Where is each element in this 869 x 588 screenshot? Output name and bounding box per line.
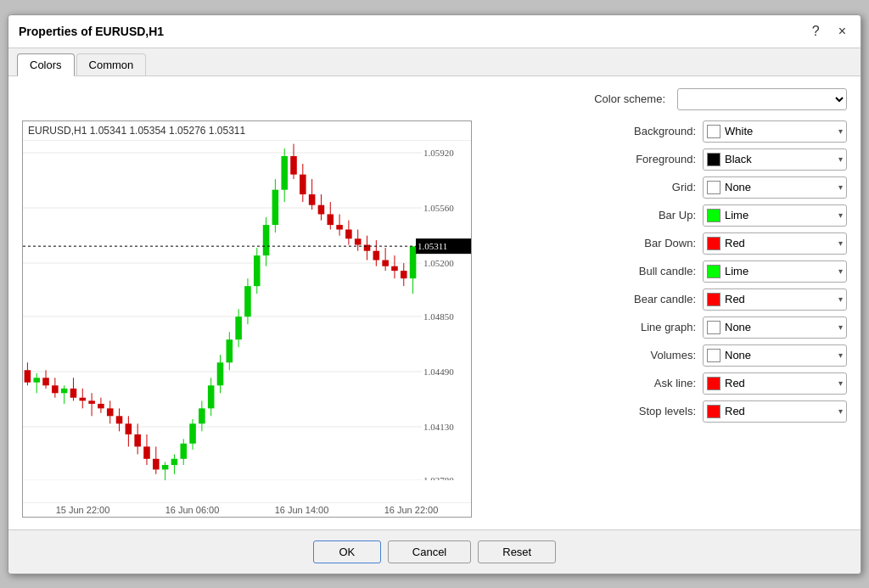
color-swatch-foreground [707,153,720,166]
title-bar: Properties of EURUSD,H1 ? × [8,15,861,48]
chevron-down-icon-bull_candle: ▾ [838,266,843,276]
prop-row-stop_levels: Stop levels:Red▾ [489,400,847,423]
prop-label-grid: Grid: [620,181,696,193]
color-swatch-bull_candle [707,265,720,278]
prop-row-bear_candle: Bear candle:Red▾ [489,288,847,311]
chart-body [23,141,471,502]
chart-header: EURUSD,H1 1.05341 1.05354 1.05276 1.0531… [23,121,471,141]
color-name-bear_candle: Red [725,293,835,305]
time-label-1: 15 Jun 22:00 [56,505,110,515]
color-swatch-bar_down [707,237,720,250]
chart-footer: 15 Jun 22:00 16 Jun 06:00 16 Jun 14:00 1… [23,502,471,517]
chevron-down-icon-line_graph: ▾ [838,322,843,332]
color-name-volumes: None [725,349,835,361]
color-swatch-bar_up [707,209,720,222]
prop-row-background: Background:White▾ [489,120,847,143]
chevron-down-icon-volumes: ▾ [838,350,843,360]
prop-label-bear_candle: Bear candle: [620,293,696,305]
chevron-down-icon-bear_candle: ▾ [838,294,843,304]
time-label-2: 16 Jun 06:00 [165,505,220,515]
prop-select-bar_down[interactable]: Red▾ [703,232,847,255]
properties-panel: Background:White▾Foreground:Black▾Grid:N… [489,120,847,518]
color-name-background: White [725,125,835,137]
tab-colors[interactable]: Colors [17,53,75,76]
color-name-ask_line: Red [725,377,835,389]
prop-row-grid: Grid:None▾ [489,176,847,199]
color-swatch-background [707,125,720,138]
main-area: EURUSD,H1 1.05341 1.05354 1.05276 1.0531… [22,120,847,518]
color-name-bull_candle: Lime [725,265,835,277]
prop-select-volumes[interactable]: None▾ [703,344,847,367]
prop-select-bull_candle[interactable]: Lime▾ [703,260,847,283]
tab-common[interactable]: Common [76,53,147,76]
color-swatch-line_graph [707,321,720,334]
color-swatch-ask_line [707,377,720,390]
prop-row-bar_down: Bar Down:Red▾ [489,232,847,255]
color-swatch-bear_candle [707,293,720,306]
tabs: Colors Common [8,48,861,76]
dialog-title: Properties of EURUSD,H1 [19,25,164,38]
prop-select-background[interactable]: White▾ [703,120,847,143]
prop-label-bar_down: Bar Down: [620,237,696,249]
color-scheme-row: Color scheme: [22,88,847,110]
chart-container: EURUSD,H1 1.05341 1.05354 1.05276 1.0531… [22,120,472,518]
time-label-4: 16 Jun 22:00 [384,505,439,515]
title-controls: ? × [808,22,850,41]
color-swatch-stop_levels [707,405,720,418]
chevron-down-icon-grid: ▾ [838,182,843,192]
prop-select-foreground[interactable]: Black▾ [703,148,847,171]
prop-label-bar_up: Bar Up: [620,209,696,221]
ok-button[interactable]: OK [313,540,381,563]
prop-row-bull_candle: Bull candle:Lime▾ [489,260,847,283]
help-button[interactable]: ? [808,22,824,41]
color-swatch-volumes [707,349,720,362]
chevron-down-icon-ask_line: ▾ [838,378,843,388]
time-label-3: 16 Jun 14:00 [275,505,329,515]
color-swatch-grid [707,181,720,194]
chevron-down-icon-bar_up: ▾ [838,210,843,220]
prop-label-foreground: Foreground: [620,153,696,165]
color-name-grid: None [725,181,835,193]
prop-select-ask_line[interactable]: Red▾ [703,372,847,395]
reset-button[interactable]: Reset [478,540,556,563]
color-name-stop_levels: Red [725,405,835,417]
prop-select-grid[interactable]: None▾ [703,176,847,199]
prop-select-stop_levels[interactable]: Red▾ [703,400,847,423]
prop-label-volumes: Volumes: [620,349,696,361]
footer: OK Cancel Reset [8,529,861,574]
cancel-button[interactable]: Cancel [388,540,471,563]
prop-select-bear_candle[interactable]: Red▾ [703,288,847,311]
prop-row-volumes: Volumes:None▾ [489,344,847,367]
prop-label-bull_candle: Bull candle: [620,265,696,277]
chevron-down-icon-foreground: ▾ [838,154,843,164]
prop-label-line_graph: Line graph: [620,321,696,333]
prop-row-line_graph: Line graph:None▾ [489,316,847,339]
color-name-line_graph: None [725,321,835,333]
prop-row-foreground: Foreground:Black▾ [489,148,847,171]
prop-select-line_graph[interactable]: None▾ [703,316,847,339]
tab-content: Color scheme: EURUSD,H1 1.05341 1.05354 … [8,76,861,529]
prop-label-stop_levels: Stop levels: [620,405,696,417]
prop-row-ask_line: Ask line:Red▾ [489,372,847,395]
color-scheme-select[interactable] [677,88,847,110]
dialog: Properties of EURUSD,H1 ? × Colors Commo… [8,14,861,574]
color-name-bar_up: Lime [725,209,835,221]
prop-label-ask_line: Ask line: [620,377,696,389]
chevron-down-icon-stop_levels: ▾ [838,406,843,416]
prop-select-bar_up[interactable]: Lime▾ [703,204,847,227]
close-button[interactable]: × [834,22,850,41]
chevron-down-icon-bar_down: ▾ [838,238,843,248]
chevron-down-icon-background: ▾ [838,126,843,136]
color-name-bar_down: Red [725,237,835,249]
prop-row-bar_up: Bar Up:Lime▾ [489,204,847,227]
color-name-foreground: Black [725,153,835,165]
prop-label-background: Background: [620,125,696,137]
color-scheme-label: Color scheme: [594,92,665,105]
